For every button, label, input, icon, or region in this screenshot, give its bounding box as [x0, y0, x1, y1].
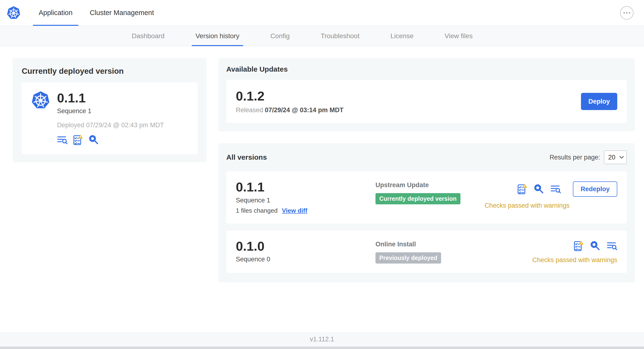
all-versions-header: All versions Results per page: 20 — [226, 150, 627, 164]
released-label: Released — [236, 106, 263, 114]
row-source-label: Upstream Update — [376, 182, 484, 189]
current-sequence: Sequence 1 — [57, 108, 164, 115]
app-subnav: Dashboard Version history Config Trouble… — [0, 26, 644, 46]
tab-application-label: Application — [39, 9, 72, 17]
subtab-license-label: License — [390, 32, 414, 40]
subtab-config-label: Config — [270, 32, 290, 40]
view-diff-link[interactable]: View diff — [282, 207, 307, 214]
version-row-actions: Checks passed with warnings — [532, 239, 617, 264]
config-icon[interactable] — [88, 135, 98, 145]
checks-status: Checks passed with warnings — [532, 256, 617, 264]
results-per-page-select[interactable]: 20 — [604, 150, 627, 164]
subtab-troubleshoot-label: Troubleshoot — [321, 32, 360, 40]
released-date: 07/29/24 @ 03:14 pm MDT — [265, 106, 344, 114]
subtab-version-history[interactable]: Version history — [196, 26, 240, 46]
row-version-number: 0.1.0 — [236, 239, 376, 253]
app-logo — [7, 0, 20, 26]
available-updates-card: Available Updates 0.1.2 Released 07/29/2… — [218, 58, 635, 132]
subtab-view-files-label: View files — [444, 32, 472, 40]
subtab-troubleshoot[interactable]: Troubleshoot — [321, 26, 360, 46]
primary-nav: Application Cluster Management — [30, 0, 162, 26]
logs-icon[interactable] — [607, 241, 617, 250]
main-content: Currently deployed version 0.1.1 Sequenc… — [0, 46, 644, 332]
console-version: v1.112.1 — [310, 336, 334, 343]
current-version-number: 0.1.1 — [57, 91, 164, 105]
version-row-source: Online Install Previously deployed — [376, 239, 532, 264]
tab-cluster-management-label: Cluster Management — [90, 9, 154, 17]
update-version-number: 0.1.2 — [236, 89, 344, 103]
preflight-checks-warning-icon[interactable] — [518, 184, 527, 194]
available-update-row: 0.1.2 Released 07/29/24 @ 03:14 pm MDT D… — [226, 80, 627, 123]
results-per-page-label: Results per page: — [550, 154, 600, 161]
version-row-source: Upstream Update Currently deployed versi… — [376, 180, 484, 204]
row-sequence: Sequence 1 — [236, 197, 376, 204]
logs-icon[interactable] — [57, 135, 68, 144]
row-action-icons — [574, 240, 617, 251]
version-row: 0.1.1 Sequence 1 1 files changedView dif… — [226, 172, 627, 223]
results-per-page: Results per page: 20 — [550, 150, 627, 164]
redeploy-button[interactable]: Redeploy — [573, 182, 617, 197]
version-row: 0.1.0 Sequence 0 Online Install Previous… — [226, 230, 627, 273]
row-files-line: 1 files changedView diff — [236, 207, 376, 214]
subtab-dashboard-label: Dashboard — [132, 32, 164, 40]
status-badge: Previously deployed — [376, 252, 441, 264]
files-changed-label: 1 files changed — [236, 207, 278, 214]
kubernetes-logo-icon — [31, 91, 50, 110]
checks-status: Checks passed with warnings — [484, 202, 570, 209]
currently-deployed-card: Currently deployed version 0.1.1 Sequenc… — [13, 58, 207, 162]
currently-deployed-version-card: 0.1.1 Sequence 1 Deployed 07/29/24 @ 02:… — [22, 82, 198, 154]
subtab-license[interactable]: License — [390, 26, 414, 46]
deploy-button[interactable]: Deploy — [581, 93, 617, 110]
right-column: Available Updates 0.1.2 Released 07/29/2… — [218, 58, 635, 282]
preflight-checks-warning-icon[interactable] — [574, 240, 583, 251]
row-source-label: Online Install — [376, 240, 532, 248]
all-versions-card: All versions Results per page: 20 0.1.1 … — [218, 143, 635, 282]
subtab-version-history-label: Version history — [196, 32, 240, 40]
tab-cluster-management[interactable]: Cluster Management — [81, 0, 162, 26]
overflow-menu-button[interactable] — [620, 6, 634, 20]
config-icon[interactable] — [590, 241, 600, 251]
preflight-checks-warning-icon[interactable] — [73, 135, 83, 145]
version-row-info: 0.1.0 Sequence 0 — [236, 239, 376, 263]
update-released-line: Released 07/29/24 @ 03:14 pm MDT — [236, 106, 344, 114]
results-per-page-select-wrap: 20 — [604, 150, 627, 164]
current-version-actions — [57, 135, 164, 145]
logs-icon[interactable] — [550, 184, 561, 194]
top-header: Application Cluster Management — [0, 0, 644, 26]
subtab-view-files[interactable]: View files — [444, 26, 472, 46]
version-row-actions: Redeploy Checks passed with warnings — [484, 180, 617, 209]
row-version-number: 0.1.1 — [236, 180, 376, 194]
current-deployed-timestamp: Deployed 07/29/24 @ 02:43 pm MDT — [57, 122, 164, 129]
all-versions-title: All versions — [226, 153, 267, 161]
status-badge: Currently deployed version — [376, 193, 460, 204]
ellipsis-icon — [623, 12, 630, 14]
kubernetes-logo-icon — [7, 6, 20, 20]
subtab-config[interactable]: Config — [270, 26, 290, 46]
version-row-info: 0.1.1 Sequence 1 1 files changedView dif… — [236, 180, 376, 214]
subtab-dashboard[interactable]: Dashboard — [132, 26, 164, 46]
application-icon — [31, 91, 50, 145]
currently-deployed-title: Currently deployed version — [22, 66, 198, 76]
row-sequence: Sequence 0 — [236, 256, 376, 263]
row-action-icons: Redeploy — [518, 182, 617, 197]
available-updates-title: Available Updates — [226, 65, 627, 73]
bottom-bar — [0, 346, 644, 349]
footer: v1.112.1 — [0, 332, 644, 346]
tab-application[interactable]: Application — [30, 0, 81, 26]
config-icon[interactable] — [534, 184, 544, 194]
